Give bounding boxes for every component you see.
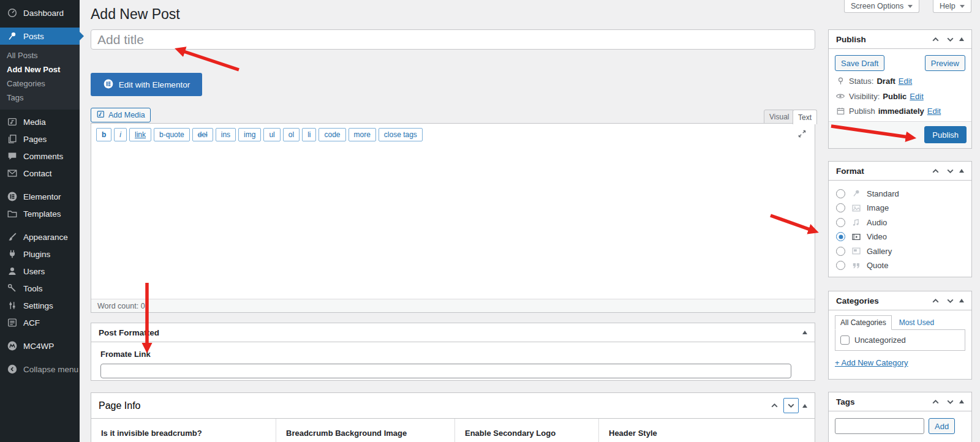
format-option-quote: Quote: [836, 261, 964, 271]
order-up-button[interactable]: [930, 34, 941, 45]
submenu-all-posts[interactable]: All Posts: [0, 48, 80, 62]
qt-del-button[interactable]: del: [192, 128, 213, 141]
format-option-audio: Audio: [836, 217, 964, 227]
order-up-button[interactable]: [769, 400, 780, 411]
column-header: Header Style: [599, 419, 815, 442]
text-editor: b i link b-quote del ins img ul ol li co…: [91, 123, 815, 313]
collapse-toggle-icon[interactable]: [959, 299, 964, 302]
media-icon: [96, 110, 105, 121]
collapse-toggle-icon[interactable]: [959, 169, 964, 173]
panel-title: Publish: [836, 35, 866, 44]
sidebar-item-appearance[interactable]: Appearance: [0, 228, 80, 245]
qt-li-button[interactable]: li: [302, 128, 316, 141]
sidebar-item-label: Users: [23, 267, 45, 276]
sidebar-item-mc4wp[interactable]: MC4WP: [0, 337, 80, 354]
help-button[interactable]: Help: [933, 0, 971, 13]
qt-bold-button[interactable]: b: [96, 128, 111, 141]
tab-visual[interactable]: Visual: [764, 110, 794, 124]
collapse-toggle-icon[interactable]: [802, 331, 807, 334]
radio-video[interactable]: [836, 232, 845, 241]
screen-options-button[interactable]: Screen Options: [844, 0, 919, 13]
order-up-button[interactable]: [930, 295, 941, 306]
quote-icon: [850, 261, 862, 271]
order-down-button[interactable]: [944, 34, 956, 45]
sidebar-item-dashboard[interactable]: Dashboard: [0, 4, 80, 21]
tags-panel: Tags Add: [828, 392, 972, 442]
elementor-icon: [103, 78, 114, 91]
order-down-button[interactable]: [944, 165, 956, 176]
add-media-button[interactable]: Add Media: [91, 108, 151, 122]
qt-code-button[interactable]: code: [318, 128, 345, 141]
order-up-button[interactable]: [930, 396, 941, 407]
collapse-toggle-icon[interactable]: [959, 37, 964, 41]
sidebar-item-contact[interactable]: Contact: [0, 165, 80, 182]
visibility-row: Visibility: Public Edit: [835, 91, 965, 101]
qt-italic-button[interactable]: i: [114, 128, 127, 141]
sidebar-item-settings[interactable]: Settings: [0, 297, 80, 314]
new-tag-input[interactable]: [835, 418, 924, 434]
sidebar-item-tools[interactable]: Tools: [0, 280, 80, 297]
sidebar-item-collapse-menu[interactable]: Collapse menu: [0, 361, 80, 378]
editor-content-area[interactable]: [91, 146, 815, 285]
sidebar-item-label: Tools: [23, 284, 43, 293]
uncategorized-checkbox[interactable]: [840, 335, 850, 345]
order-up-button[interactable]: [930, 165, 941, 176]
tab-text[interactable]: Text: [793, 110, 817, 124]
tab-all-categories[interactable]: All Categories: [835, 315, 892, 330]
gallery-icon: [850, 246, 862, 256]
submenu-add-new-post[interactable]: Add New Post: [0, 62, 80, 77]
qt-bquote-button[interactable]: b-quote: [154, 128, 190, 141]
qt-ol-button[interactable]: ol: [283, 128, 300, 141]
publish-button[interactable]: Publish: [924, 126, 967, 143]
edit-status-link[interactable]: Edit: [899, 77, 912, 86]
sidebar-item-elementor[interactable]: Elementor: [0, 188, 80, 205]
edit-schedule-link[interactable]: Edit: [927, 107, 941, 116]
collapse-toggle-icon[interactable]: [959, 400, 964, 403]
qt-closetags-button[interactable]: close tags: [379, 128, 423, 141]
order-down-button[interactable]: [944, 295, 956, 306]
radio-quote[interactable]: [836, 261, 845, 270]
qt-link-button[interactable]: link: [129, 128, 151, 141]
sidebar-item-label: Templates: [23, 209, 61, 219]
qt-img-button[interactable]: img: [238, 128, 261, 141]
add-tag-button[interactable]: Add: [929, 418, 955, 434]
envelope-icon: [6, 168, 19, 179]
tab-most-used[interactable]: Most Used: [899, 316, 934, 329]
radio-standard[interactable]: [836, 189, 845, 198]
sidebar-item-pages[interactable]: Pages: [0, 130, 80, 148]
preview-button[interactable]: Preview: [925, 55, 965, 71]
sidebar-item-acf[interactable]: ACF: [0, 314, 80, 331]
pin-icon: [6, 31, 19, 42]
sidebar-item-users[interactable]: Users: [0, 263, 80, 280]
qt-ul-button[interactable]: ul: [263, 128, 280, 141]
fullscreen-icon[interactable]: [797, 129, 807, 141]
qt-ins-button[interactable]: ins: [216, 128, 236, 141]
submenu-categories[interactable]: Categories: [0, 77, 80, 91]
collapse-toggle-icon[interactable]: [802, 404, 807, 408]
qt-more-button[interactable]: more: [349, 128, 376, 141]
word-count-bar: Word count: 0: [91, 299, 815, 312]
radio-audio[interactable]: [836, 218, 845, 227]
sidebar-item-comments[interactable]: Comments: [0, 148, 80, 165]
edit-with-elementor-button[interactable]: Edit with Elementor: [91, 73, 202, 96]
order-down-button[interactable]: [783, 398, 799, 413]
radio-image[interactable]: [836, 203, 845, 212]
order-down-button[interactable]: [944, 396, 956, 407]
publish-panel: Publish Save Draft Preview Status: Draft…: [828, 29, 972, 149]
arrow-to-title-input: [178, 50, 239, 70]
panel-title: Format: [836, 167, 864, 176]
sidebar-item-templates[interactable]: Templates: [0, 205, 80, 222]
save-draft-button[interactable]: Save Draft: [835, 55, 884, 71]
sidebar-item-plugins[interactable]: Plugins: [0, 245, 80, 263]
post-title-input[interactable]: [91, 29, 815, 50]
formate-link-input[interactable]: [100, 364, 791, 378]
wordpress-admin-page: Dashboard Posts All Posts Add New Post C…: [0, 0, 980, 442]
collapse-arrow-icon: [6, 364, 19, 375]
brush-icon: [6, 231, 19, 242]
sidebar-item-media[interactable]: Media: [0, 113, 80, 130]
submenu-tags[interactable]: Tags: [0, 91, 80, 105]
sidebar-item-posts[interactable]: Posts: [0, 28, 80, 45]
edit-visibility-link[interactable]: Edit: [910, 92, 923, 101]
radio-gallery[interactable]: [836, 247, 845, 256]
add-new-category-link[interactable]: + Add New Category: [835, 358, 908, 367]
